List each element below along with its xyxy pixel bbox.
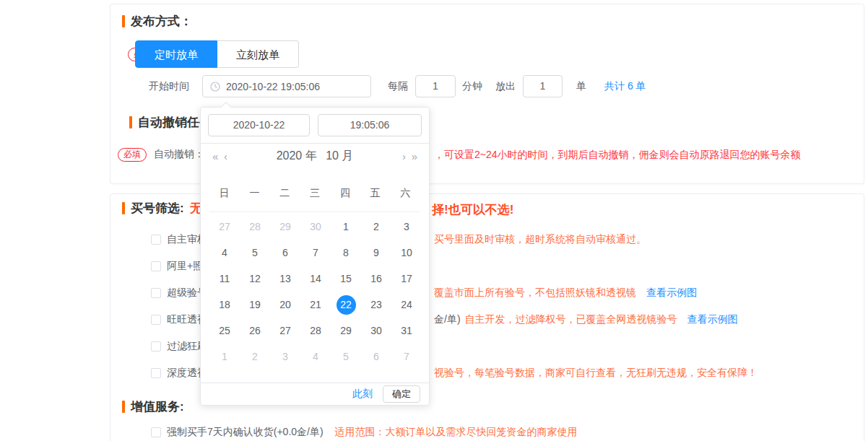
calendar-day[interactable]: 5	[240, 240, 270, 266]
section-bar	[129, 116, 132, 128]
calendar-day[interactable]: 14	[300, 266, 331, 292]
calendar-day-number: 14	[306, 269, 326, 289]
start-time-input[interactable]: 2020-10-22 19:05:06	[202, 75, 371, 97]
filter-note: 视验号，每笔验号数据，商家可自行查看，无狂刷无违规，安全有保障！	[434, 367, 758, 380]
calendar-day-number: 4	[215, 243, 235, 263]
picker-date-input[interactable]: 2020-10-22	[208, 114, 310, 136]
weekday-label: 一	[240, 187, 270, 200]
publish-method-title: 发布方式：	[122, 13, 192, 30]
calendar-day-selected[interactable]: 22	[331, 292, 361, 318]
calendar-day[interactable]: 18	[209, 292, 240, 318]
filter-checkbox[interactable]	[151, 235, 161, 245]
calendar-day-number: 19	[246, 295, 265, 315]
calendar-day[interactable]: 2	[240, 344, 270, 370]
value-added-checkbox[interactable]	[151, 427, 161, 437]
calendar-day[interactable]: 9	[361, 240, 391, 266]
calendar-day-number: 18	[215, 295, 235, 315]
filter-note: 金/单)自主开发，过滤降权号，已覆盖全网透视镜验号查看示例图	[434, 313, 738, 326]
picker-footer: 此刻 确定	[201, 383, 429, 405]
calendar-day[interactable]: 27	[209, 214, 240, 240]
filter-checkbox[interactable]	[151, 368, 161, 378]
interval-prefix-label: 每隔	[388, 80, 408, 93]
calendar-day[interactable]: 4	[300, 344, 331, 370]
calendar-day[interactable]: 16	[361, 266, 391, 292]
value-added-title-text: 增值服务:	[131, 398, 184, 415]
example-image-link[interactable]: 查看示例图	[646, 287, 697, 298]
month-label[interactable]: 10 月	[326, 149, 353, 162]
calendar-day[interactable]: 29	[270, 214, 300, 240]
calendar-day-number: 29	[337, 321, 356, 341]
calendar-day-number: 25	[215, 321, 235, 341]
example-image-link[interactable]: 查看示例图	[687, 313, 738, 325]
calendar-day[interactable]: 23	[361, 292, 391, 318]
release-count-input[interactable]: 1	[523, 75, 563, 97]
divider	[209, 211, 420, 212]
filter-label: 阿里+照	[167, 260, 203, 273]
calendar-day[interactable]: 19	[240, 292, 270, 318]
calendar-day[interactable]: 10	[391, 240, 422, 266]
auto-cancel-note: ，可设置2~24小时的时间，到期后自动撤销，佣金则会自动原路退回您的账号余额	[434, 149, 801, 162]
value-added-row: 强制买手7天内确认收货(+0.0金/单) 适用范围：大额订单以及需求尽快回笼资金…	[110, 419, 864, 441]
tab-timed-release[interactable]: 定时放单	[135, 40, 217, 68]
calendar-day-number: 2	[246, 347, 265, 367]
weekday-label: 二	[269, 187, 300, 200]
publish-method-title-text: 发布方式：	[131, 13, 192, 30]
calendar-day[interactable]: 5	[331, 344, 361, 370]
next-month-icon[interactable]: ›	[402, 150, 406, 162]
filter-note: 买号里面及时审核，超时系统将自动审核通过。	[434, 233, 646, 246]
calendar-title: 2020 年 10 月	[201, 149, 429, 164]
calendar-day[interactable]: 11	[209, 266, 240, 292]
calendar-day-number: 20	[276, 295, 295, 315]
calendar-header: « ‹ 2020 年 10 月 › »	[201, 147, 429, 169]
now-link[interactable]: 此刻	[352, 388, 373, 401]
calendar-day[interactable]: 3	[391, 214, 422, 240]
value-added-label: 强制买手7天内确认收货(+0.0金/单) 适用范围：大额订单以及需求尽快回笼资金…	[167, 426, 578, 439]
calendar-day[interactable]: 7	[300, 240, 331, 266]
filter-checkbox[interactable]	[151, 315, 161, 325]
calendar-day[interactable]: 28	[240, 214, 270, 240]
filter-checkbox[interactable]	[151, 341, 161, 352]
calendar-day-number: 3	[397, 217, 417, 237]
calendar-day[interactable]: 12	[240, 266, 270, 292]
calendar-day[interactable]: 1	[209, 344, 240, 370]
calendar-day[interactable]: 26	[240, 318, 270, 344]
filter-checkbox[interactable]	[151, 288, 161, 298]
calendar-day[interactable]: 27	[270, 318, 300, 344]
calendar-day[interactable]: 1	[331, 214, 361, 240]
calendar-day[interactable]: 20	[270, 292, 300, 318]
calendar-day[interactable]: 28	[300, 318, 331, 344]
calendar-day-number: 31	[397, 321, 417, 341]
release-suffix-label: 单	[576, 80, 586, 93]
calendar-day[interactable]: 3	[270, 344, 300, 370]
calendar-day[interactable]: 17	[391, 266, 422, 292]
calendar-day[interactable]: 15	[331, 266, 361, 292]
year-label[interactable]: 2020 年	[277, 149, 317, 162]
calendar-day[interactable]: 4	[209, 240, 240, 266]
calendar-day[interactable]: 6	[270, 240, 300, 266]
calendar-day[interactable]: 7	[391, 344, 422, 370]
calendar-day[interactable]: 24	[391, 292, 422, 318]
calendar-day[interactable]: 30	[361, 318, 391, 344]
calendar-day[interactable]: 25	[209, 318, 240, 344]
calendar-day[interactable]: 31	[391, 318, 422, 344]
calendar-day-number: 17	[397, 269, 417, 289]
filter-note-text: 买号里面及时审核，超时系统将自动审核通过。	[434, 233, 646, 245]
calendar-day[interactable]: 8	[331, 240, 361, 266]
next-year-icon[interactable]: »	[412, 150, 417, 162]
interval-input[interactable]: 1	[415, 75, 456, 97]
calendar-day[interactable]: 2	[361, 214, 391, 240]
calendar-day[interactable]: 21	[300, 292, 331, 318]
calendar-day[interactable]: 29	[331, 318, 361, 344]
calendar-day[interactable]: 30	[300, 214, 331, 240]
tab-immediate-release[interactable]: 立刻放单	[217, 40, 299, 68]
confirm-button[interactable]: 确定	[383, 385, 420, 403]
start-time-label: 开始时间	[149, 80, 189, 93]
interval-suffix-label: 分钟	[462, 80, 482, 93]
calendar-day[interactable]: 6	[361, 344, 391, 370]
section-bar	[122, 15, 125, 27]
calendar-day-number: 24	[397, 295, 417, 315]
picker-time-input[interactable]: 19:05:06	[318, 114, 422, 136]
filter-checkbox[interactable]	[151, 261, 161, 271]
total-orders-text: 共计 6 单	[604, 80, 646, 93]
calendar-day[interactable]: 13	[270, 266, 300, 292]
